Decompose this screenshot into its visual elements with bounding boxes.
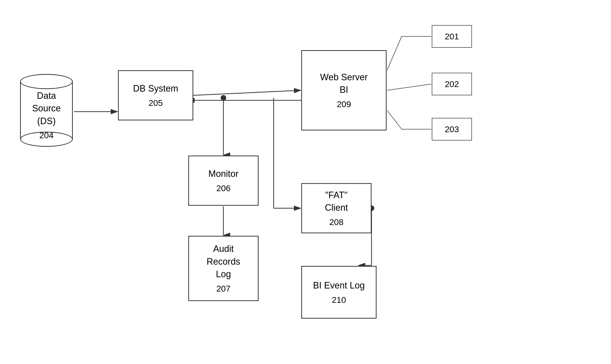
- cylinder-bottom: [20, 132, 73, 147]
- ref-203-label: 203: [445, 124, 459, 134]
- monitor-label: Monitor: [208, 168, 238, 180]
- cylinder-body: [20, 82, 73, 139]
- ref-201-label: 201: [445, 32, 459, 41]
- ref-201-node: 201: [432, 25, 472, 48]
- cylinder-shape: Data Source (DS) 204: [20, 74, 73, 147]
- ref-202-label: 202: [445, 79, 459, 89]
- bi-event-log-node: BI Event Log 210: [301, 266, 377, 319]
- web-server-number: 209: [337, 99, 351, 110]
- monitor-number: 206: [216, 183, 231, 194]
- web-server-node: Web Server BI 209: [301, 50, 387, 130]
- junction-dot-monitor: [221, 95, 226, 101]
- bi-event-log-number: 210: [332, 294, 346, 305]
- ref-203-node: 203: [432, 118, 472, 140]
- ref-202-node: 202: [432, 73, 472, 95]
- svg-line-20: [387, 110, 402, 129]
- audit-records-node: Audit Records Log 207: [188, 236, 259, 301]
- bi-event-log-label: BI Event Log: [313, 279, 365, 292]
- diagram-container: Data Source (DS) 204 DB System 205 Monit…: [0, 0, 611, 364]
- cylinder-top: [20, 74, 73, 89]
- db-system-node: DB System 205: [118, 70, 193, 120]
- monitor-node: Monitor 206: [188, 156, 259, 206]
- audit-records-label: Audit Records Log: [207, 243, 240, 280]
- fat-client-number: 208: [329, 216, 344, 228]
- db-system-label: DB System: [133, 82, 178, 95]
- audit-records-number: 207: [216, 283, 231, 294]
- svg-line-19: [387, 84, 431, 90]
- data-source-node: Data Source (DS) 204: [20, 70, 73, 151]
- web-server-label: Web Server BI: [320, 71, 368, 96]
- db-system-number: 205: [149, 97, 163, 108]
- fat-client-label: "FAT" Client: [325, 189, 348, 214]
- fat-client-node: "FAT" Client 208: [301, 183, 372, 233]
- svg-line-17: [387, 36, 402, 70]
- svg-line-8: [193, 90, 301, 95]
